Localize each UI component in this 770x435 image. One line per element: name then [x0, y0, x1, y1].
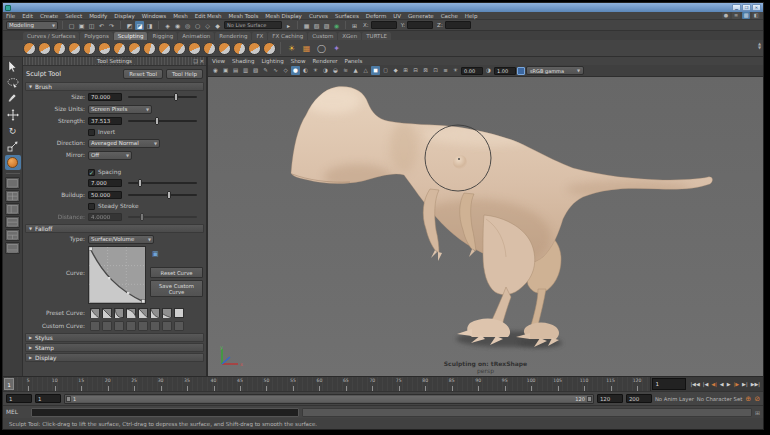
freeze-tool-icon[interactable]: ☀: [285, 42, 298, 55]
shelf-tab-sculpting[interactable]: Sculpting: [114, 32, 148, 40]
render-current-frame-icon[interactable]: ▧: [312, 21, 321, 30]
custom-curve-4[interactable]: [126, 321, 136, 331]
menu-create[interactable]: Create: [40, 13, 58, 19]
section-stylus[interactable]: ▶ Stylus: [25, 333, 204, 342]
snap-grid-icon[interactable]: ◈: [163, 21, 172, 30]
menu-mesh-display[interactable]: Mesh Display: [265, 13, 302, 19]
menu-select[interactable]: Select: [65, 13, 82, 19]
vp-menu-show[interactable]: Show: [291, 58, 306, 64]
play-forwards-button[interactable]: ▶: [726, 378, 732, 391]
reset-curve-button[interactable]: Reset Curve: [150, 267, 203, 278]
menu-windows[interactable]: Windows: [142, 13, 167, 19]
custom-curve-7[interactable]: [162, 321, 172, 331]
lock-camera-icon[interactable]: ▣: [221, 66, 230, 75]
menu-file[interactable]: File: [6, 13, 15, 19]
menu-uv[interactable]: UV: [393, 13, 401, 19]
direction-dropdown[interactable]: Averaged Normal ▼: [88, 139, 160, 148]
custom-curve-2[interactable]: [102, 321, 112, 331]
flatten-brush-icon[interactable]: [98, 42, 111, 55]
image-plane-icon[interactable]: ▨: [251, 66, 260, 75]
custom-curve-8[interactable]: [174, 321, 184, 331]
brush-section-header[interactable]: ▼ Brush: [25, 82, 204, 91]
live-surface-field[interactable]: No Live Surface: [224, 21, 282, 29]
history-icon[interactable]: ▸: [284, 21, 293, 30]
select-hierarchy-icon[interactable]: ◩: [125, 21, 134, 30]
custom-curve-3[interactable]: [114, 321, 124, 331]
render-view-icon[interactable]: ▦: [302, 21, 311, 30]
scrape-brush-icon[interactable]: [188, 42, 201, 55]
size-units-dropdown[interactable]: Screen Pixels ▼: [88, 105, 152, 114]
range-bar[interactable]: 1 120: [64, 394, 594, 404]
scale-tool-icon[interactable]: [5, 139, 21, 154]
save-custom-curve-button[interactable]: Save Custom Curve: [150, 280, 203, 297]
paint-select-tool-icon[interactable]: [5, 91, 21, 106]
menu-deform[interactable]: Deform: [366, 13, 386, 19]
menu-generate[interactable]: Generate: [408, 13, 434, 19]
colorspace-dropdown[interactable]: sRGB gamma ▼: [526, 66, 584, 75]
layout-three-pane-button[interactable]: [5, 229, 20, 241]
preset-curve-5[interactable]: [138, 308, 148, 318]
resolution-gate-icon[interactable]: ⊞: [401, 66, 410, 75]
size-slider[interactable]: [128, 93, 197, 101]
grab-brush-icon[interactable]: [68, 42, 81, 55]
attribute-editor-toggle-icon[interactable]: ◧: [752, 12, 760, 19]
buildup-field[interactable]: 50.000: [88, 191, 122, 199]
repeat-brush-icon[interactable]: [143, 42, 156, 55]
menu-display[interactable]: Display: [114, 13, 134, 19]
two-d-pan-icon[interactable]: ✎: [261, 66, 270, 75]
section-stamp[interactable]: ▶ Stamp: [25, 343, 204, 352]
menu-help[interactable]: Help: [465, 13, 478, 19]
minimize-button[interactable]: ▁: [732, 4, 741, 11]
trex-model[interactable]: [208, 77, 763, 376]
preset-curve-4[interactable]: [126, 308, 136, 318]
layout-persp-outliner-button[interactable]: [5, 203, 20, 215]
mirror-dropdown[interactable]: Off ▼: [88, 151, 132, 160]
anim-layer-dropdown[interactable]: No Anim Layer: [655, 396, 694, 402]
current-frame-field[interactable]: 1: [652, 378, 686, 390]
preset-curve-6[interactable]: [150, 308, 160, 318]
buildup-slider[interactable]: [128, 191, 197, 199]
snap-curve-icon[interactable]: ◉: [173, 21, 182, 30]
shelf-tab-animation[interactable]: Animation: [178, 32, 214, 40]
colorspace-icon[interactable]: [517, 67, 525, 75]
vp-menu-shading[interactable]: Shading: [232, 58, 254, 64]
invert-checkbox[interactable]: [88, 129, 95, 136]
menuset-dropdown[interactable]: Modeling ▼: [6, 21, 58, 30]
custom-curve-6[interactable]: [150, 321, 160, 331]
strength-slider[interactable]: [128, 117, 197, 125]
motion-blur-icon[interactable]: ≋: [341, 66, 350, 75]
field-chart-icon[interactable]: ⊡: [431, 66, 440, 75]
step-back-frame-button[interactable]: |◀: [702, 378, 710, 391]
construction-history-icon[interactable]: ⊞: [350, 21, 359, 30]
shelf-tab-polygons[interactable]: Polygons: [80, 32, 112, 40]
play-backwards-button[interactable]: ◀: [719, 378, 725, 391]
section-display[interactable]: ▶ Display: [25, 353, 204, 362]
go-to-end-button[interactable]: ▶▶|: [750, 378, 761, 391]
wireframe-icon[interactable]: ◇: [281, 66, 290, 75]
make-live-icon[interactable]: ◆: [213, 21, 222, 30]
knife-brush-icon[interactable]: [218, 42, 231, 55]
sculpt-tool-icon[interactable]: [5, 155, 21, 170]
menu-modify[interactable]: Modify: [89, 13, 107, 19]
vp-menu-lighting[interactable]: Lighting: [261, 58, 283, 64]
reset-tool-button[interactable]: Reset Tool: [123, 69, 163, 79]
preset-curve-8[interactable]: [174, 308, 184, 318]
menu-mesh[interactable]: Mesh: [173, 13, 187, 19]
imprint-brush-icon[interactable]: [158, 42, 171, 55]
anim-layer-icon[interactable]: ⊕: [745, 394, 751, 404]
resize-grip-icon[interactable]: ⊞: [755, 409, 760, 416]
save-scene-icon[interactable]: ◫: [87, 21, 96, 30]
bulge-brush-icon[interactable]: [248, 42, 261, 55]
menu-mesh-tools[interactable]: Mesh Tools: [229, 13, 259, 19]
amplify-brush-icon[interactable]: [263, 42, 276, 55]
vp-menu-renderer[interactable]: Renderer: [312, 58, 337, 64]
steady-stroke-checkbox[interactable]: [88, 203, 95, 210]
playback-end-field[interactable]: 120: [597, 394, 623, 403]
textured-mode-icon[interactable]: ◐: [301, 66, 310, 75]
character-set-dropdown[interactable]: No Character Set: [697, 396, 742, 402]
vp-menu-panels[interactable]: Panels: [345, 58, 363, 64]
range-end-handle[interactable]: [587, 396, 592, 402]
multisample-icon[interactable]: ▲: [351, 66, 360, 75]
camera-attributes-icon[interactable]: ▤: [231, 66, 240, 75]
tool-help-button[interactable]: Tool Help: [166, 69, 203, 79]
